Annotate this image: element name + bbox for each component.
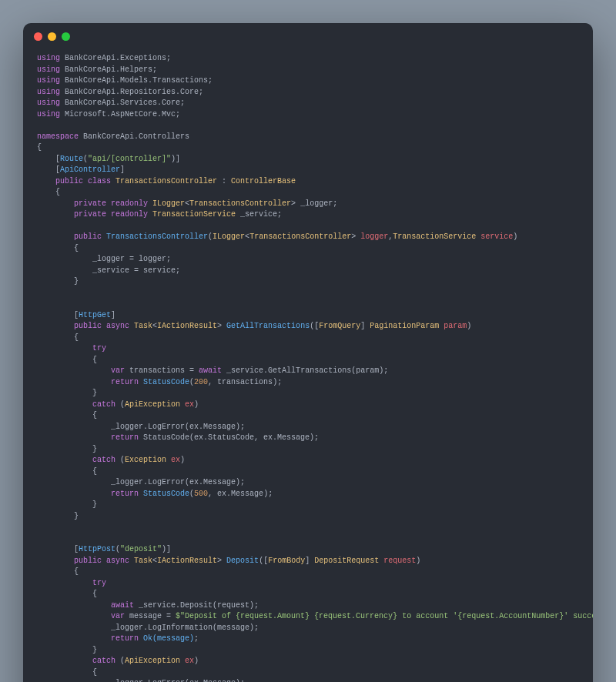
using-2: BankCoreApi.Models.Transactions	[65, 76, 208, 85]
f2t: TransactionService	[152, 210, 236, 219]
m1pt: PaginationParam	[370, 322, 439, 330]
m1c2: catch	[92, 456, 116, 464]
f2n: _service	[240, 210, 277, 219]
cp1n: logger	[360, 232, 388, 241]
f1n: _logger	[300, 199, 333, 208]
m2attr: HttpPost	[79, 545, 116, 553]
m1sc2: StatusCode(ex.StatusCode, ex.Message)	[143, 433, 314, 442]
m1try: try	[92, 344, 106, 353]
m1sc3: StatusCode	[143, 490, 189, 498]
m1e1t: ApiException	[125, 400, 180, 409]
route-val: "api/[controller]"	[88, 155, 171, 163]
m1sc3b: ex.Message	[217, 490, 263, 498]
m1mod: public async	[74, 322, 129, 330]
m1l1: _logger.LogError(ex.Message);	[111, 423, 245, 431]
m1sc1a: 200	[194, 378, 208, 386]
m2ret: Task	[134, 557, 152, 565]
m1r3: return	[111, 490, 139, 498]
m1name: GetAllTransactions	[226, 322, 310, 330]
cp2t: TransactionService	[393, 232, 476, 241]
cb1: _logger = logger;	[92, 255, 171, 263]
m2try: try	[92, 579, 106, 587]
m2attrv: "deposit"	[120, 545, 162, 553]
m1gen: IActionResult	[157, 322, 217, 330]
m2pn: request	[383, 557, 416, 565]
m2v: var	[111, 612, 125, 620]
m1e1n: ex	[185, 400, 194, 409]
cb2: _service = service;	[92, 266, 180, 275]
using-4: BankCoreApi.Services.Core	[65, 99, 180, 107]
using-5: Microsoft.AspNetCore.Mvc	[65, 110, 176, 119]
cp1g: TransactionsController	[249, 232, 351, 241]
m2name: Deposit	[226, 557, 259, 565]
m1e2n: ex	[171, 456, 180, 464]
m2l1: _logger.LogError(ex.Message);	[111, 679, 245, 682]
m1c1: catch	[92, 400, 116, 409]
m2log: _logger.LogInformation(message);	[111, 623, 259, 632]
m1pa: FromQuery	[319, 322, 360, 330]
api-attr: ApiController	[60, 165, 120, 174]
titlebar	[23, 23, 593, 50]
m2e1t: ApiException	[125, 657, 180, 665]
m1attr: HttpGet	[79, 311, 111, 319]
m1e2t: Exception	[125, 456, 166, 464]
m2str: $"Deposit of {request.Amount} {request.C…	[176, 612, 593, 620]
m2vn: message	[129, 612, 162, 620]
m2e1n: ex	[185, 657, 194, 665]
route-attr: Route	[60, 155, 83, 163]
m1aw: await	[199, 366, 222, 375]
m2aw: await	[111, 601, 134, 610]
m2c1: catch	[92, 657, 116, 665]
m1r2: return	[111, 433, 139, 442]
m1ret: Task	[134, 322, 152, 330]
maximize-icon[interactable]	[62, 32, 70, 41]
using-1: BankCoreApi.Helpers	[65, 65, 152, 74]
f1g: TransactionsController	[189, 199, 291, 208]
m2gen: IActionResult	[157, 557, 217, 565]
m1v: var	[111, 366, 125, 375]
m1pn: param	[444, 322, 467, 330]
m2mod: public async	[74, 557, 129, 565]
m1sc1b: transactions	[217, 378, 273, 386]
close-icon[interactable]	[34, 32, 42, 41]
code-window: using BankCoreApi.Exceptions; using Bank…	[23, 23, 593, 682]
ctor-name: TransactionsController	[106, 232, 208, 241]
class-kw: public class	[55, 177, 111, 186]
m1sc3a: 500	[194, 490, 208, 498]
f1t: ILogger	[152, 199, 185, 208]
f1mod: private readonly	[74, 199, 148, 208]
m1r1: return	[111, 378, 139, 386]
m1call: _service.GetAllTransactions(param)	[226, 366, 383, 375]
m2call: _service.Deposit(request)	[139, 601, 254, 610]
m1vn: transactions	[129, 366, 185, 375]
cp2n: service	[480, 232, 513, 241]
m2ok: Ok(message)	[143, 634, 194, 643]
using-3: BankCoreApi.Repositories.Core	[65, 88, 199, 96]
ctor-mod: public	[74, 232, 102, 241]
f2mod: private readonly	[74, 210, 148, 219]
cp1t: ILogger	[213, 232, 245, 241]
class-name: TransactionsController	[116, 177, 217, 186]
base-class: ControllerBase	[231, 177, 296, 186]
namespace: BankCoreApi.Controllers	[83, 132, 189, 141]
using-0: BankCoreApi.Exceptions	[65, 54, 166, 62]
code-content: using BankCoreApi.Exceptions; using Bank…	[23, 50, 593, 682]
m1sc1: StatusCode	[143, 378, 189, 386]
m1l2: _logger.LogError(ex.Message);	[111, 478, 245, 486]
minimize-icon[interactable]	[48, 32, 56, 41]
m2pt: DepositRequest	[314, 557, 379, 565]
m2pa: FromBody	[268, 557, 305, 565]
m2r1: return	[111, 634, 139, 643]
